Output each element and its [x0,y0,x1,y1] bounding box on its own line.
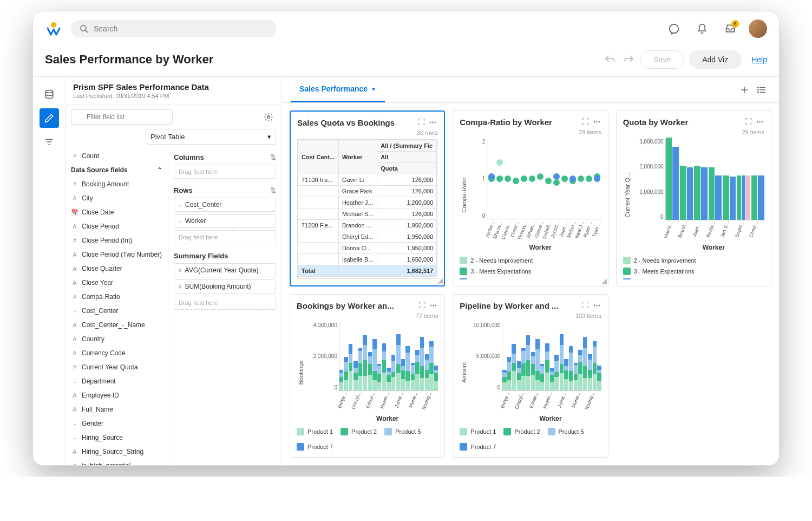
columns-dropzone[interactable]: Drag field here [174,165,276,179]
field-item[interactable]: #Current Year Quota [66,360,168,374]
bar-group[interactable] [709,139,722,220]
scatter-point[interactable] [578,175,584,182]
rail-data-icon[interactable] [40,84,59,104]
field-item[interactable]: ⬩Cost_Center [66,304,168,318]
card-sales-quota-vs-bookings[interactable]: Sales Quota vs Bookings ⛶ ⋯ 30 rows Cost… [290,110,445,286]
field-item[interactable]: #Close Period (Int) [66,233,168,248]
legend-item[interactable]: 3 - Meets Expectations [623,268,764,275]
field-item[interactable]: AEmployee ID [66,388,168,402]
field-item[interactable]: AClose Quarter [66,262,168,276]
scatter-point[interactable] [521,175,527,182]
resize-handle[interactable]: ◢ [437,276,443,284]
bar-group[interactable] [574,322,587,390]
table-row[interactable]: Donna O...1,950,000 [298,243,437,254]
field-item[interactable]: ACity [66,191,168,205]
field-item[interactable]: AHiring_Source_String [66,445,168,459]
sort-icon[interactable]: ⇅ [270,186,276,194]
bar-group[interactable] [680,139,693,220]
table-row[interactable]: Grace Park126,000 [298,186,437,197]
card-menu-icon[interactable]: ⋯ [430,301,438,309]
bar-group[interactable] [411,322,424,390]
legend-item[interactable]: Product 2 [503,428,540,435]
bar-group[interactable] [694,139,707,220]
card-compa-ratio[interactable]: Compa-Ratio by Worker ⛶ ⋯ 29 items Compa… [453,110,608,286]
redo-button[interactable] [619,50,638,69]
rail-filter-icon[interactable] [40,132,59,152]
card-menu-icon[interactable]: ⋯ [593,118,601,126]
field-item[interactable]: ⬩Gender [66,416,168,431]
table-row[interactable]: Cheryl Ed...1,950,000 [298,231,437,243]
rail-edit-icon[interactable] [40,108,59,128]
legend-item[interactable]: 3 - Meets Expectations [460,268,601,275]
scatter-point[interactable] [545,178,552,184]
notifications-icon[interactable] [692,19,712,38]
tab-sales-performance[interactable]: Sales Performance ▼ [291,77,385,102]
scatter-point[interactable] [496,175,503,182]
field-item[interactable]: AClose Period (Two Number) [66,248,168,262]
card-menu-icon[interactable]: ⋯ [756,118,764,126]
user-avatar[interactable] [749,19,767,38]
bar-group[interactable] [751,139,764,220]
rows-dropzone[interactable]: Drag field here [174,230,276,244]
field-item[interactable]: tfis_high_potential [66,459,168,465]
legend-item[interactable]: Product 7 [297,443,333,451]
field-item[interactable]: ⬩Department [66,374,168,388]
field-item[interactable]: #Booking Amount [66,177,168,191]
datasource-fields-section[interactable]: Data Source fields⌃ [66,163,168,177]
field-item[interactable]: ⬩Hiring_Source [66,431,168,445]
help-link[interactable]: Help [751,55,767,64]
scatter-point[interactable] [586,175,592,182]
scatter-point[interactable] [505,175,511,182]
viz-type-select[interactable]: Pivot Table ▾ [146,129,276,145]
table-row[interactable]: Isabelle B...1,650,000 [298,254,437,265]
bar-group[interactable] [425,322,438,390]
scatter-point[interactable] [537,173,543,180]
scatter-point[interactable] [496,159,503,166]
filter-field-input[interactable] [71,109,173,125]
bar-group[interactable] [545,322,558,390]
table-row[interactable]: Heather J...1,200,000 [298,197,437,209]
expand-icon[interactable]: ⛶ [582,118,589,126]
bar-group[interactable] [396,322,409,390]
field-count[interactable]: #Count [66,149,168,163]
card-menu-icon[interactable]: ⋯ [593,301,601,309]
list-view-button[interactable] [753,81,770,99]
legend-item[interactable]: Product 1 [460,428,496,435]
add-viz-button[interactable]: Add Viz [689,50,742,69]
field-item[interactable]: ACountry [66,332,168,346]
expand-icon[interactable]: ⛶ [745,118,752,126]
undo-button[interactable] [601,50,619,69]
bar-group[interactable] [531,322,544,390]
table-row[interactable]: Michael S...126,000 [298,209,437,220]
bar-group[interactable] [588,322,601,390]
resize-handle[interactable]: ◢ [601,277,607,285]
add-tab-button[interactable] [736,81,753,99]
bar-group[interactable] [737,139,750,220]
legend-item[interactable]: Product 1 [297,428,333,435]
legend-item[interactable] [460,278,601,279]
table-row[interactable]: 71100 Ins...Gavin Li126,000 [298,174,437,186]
bar-group[interactable] [502,322,515,390]
card-quota-by-worker[interactable]: Quota by Worker ⛶ ⋯ 29 items Current Yea… [616,110,771,286]
global-search[interactable] [71,20,277,37]
scatter-point[interactable] [553,173,560,180]
sort-icon[interactable]: ⇅ [270,153,276,161]
card-menu-icon[interactable]: ⋯ [429,118,437,126]
bar-group[interactable] [339,322,352,390]
row-chip-worker[interactable]: ⬩Worker [174,214,276,228]
app-logo[interactable] [45,20,62,37]
summary-chip-avg[interactable]: #AVG(Current Year Quota) [174,263,276,277]
legend-item[interactable]: Product 5 [548,428,584,435]
card-bookings-by-worker[interactable]: Bookings by Worker an... ⛶ ⋯ 77 items Bo… [290,294,445,458]
bar-group[interactable] [666,139,679,220]
scatter-point[interactable] [569,175,576,182]
field-item[interactable]: AClose Year [66,276,168,290]
scatter-point[interactable] [553,179,560,186]
field-item[interactable]: 📅Close Date [66,205,168,219]
summary-chip-sum[interactable]: #SUM(Booking Amount) [174,279,276,294]
table-row[interactable]: 71200 Fie...Brandon ...1,950,000 [298,220,437,231]
legend-item[interactable]: 2 - Needs Improvement [460,257,601,264]
field-item[interactable]: AFull_Name [66,402,168,416]
field-item[interactable]: AClose Period [66,219,168,233]
field-item[interactable]: ACurrency Code [66,346,168,360]
